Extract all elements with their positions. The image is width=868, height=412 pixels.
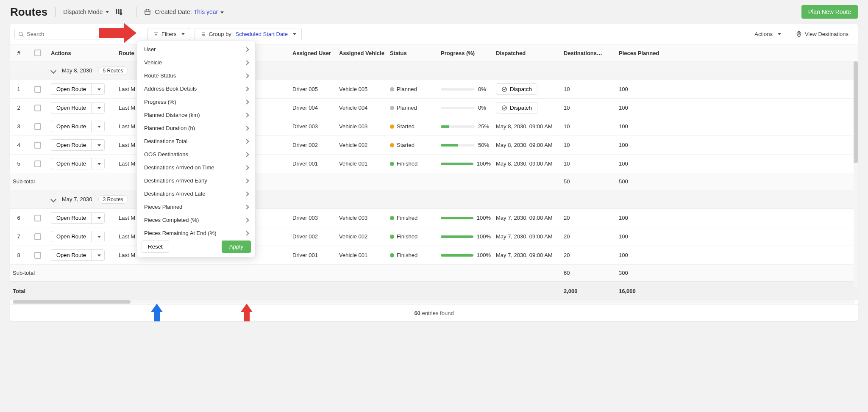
group-date: May 8, 2030 xyxy=(62,67,92,74)
dispatched-cell: May 7, 2030, 09:00 AM xyxy=(493,252,561,258)
filter-item[interactable]: Route Status xyxy=(137,69,255,82)
assigned-user: Driver 001 xyxy=(290,252,337,258)
filter-item[interactable]: User xyxy=(137,43,255,56)
vertical-scrollbar[interactable] xyxy=(854,61,858,288)
row-checkbox[interactable] xyxy=(34,123,41,130)
list-icon xyxy=(200,31,206,37)
row-checkbox[interactable] xyxy=(34,233,41,240)
status-cell: Started xyxy=(387,142,438,148)
filters-button[interactable]: Filters xyxy=(147,28,190,40)
filter-item[interactable]: Destinations Total xyxy=(137,135,255,148)
filter-item[interactable]: Pieces Planned xyxy=(137,200,255,213)
status-dot xyxy=(390,87,394,91)
chevron-right-icon xyxy=(245,112,248,118)
open-route-dropdown[interactable] xyxy=(91,102,105,113)
destinations-cell: 10 xyxy=(561,160,616,167)
pieces-cell: 100 xyxy=(616,160,671,167)
open-route-dropdown[interactable] xyxy=(91,139,105,151)
svg-rect-4 xyxy=(145,10,150,14)
dispatch-button[interactable]: Dispatch xyxy=(496,83,537,95)
row-checkbox[interactable] xyxy=(34,215,41,221)
col-destinations: Destinations… xyxy=(561,50,616,56)
assigned-user: Driver 001 xyxy=(290,160,337,167)
search-container xyxy=(14,29,112,39)
select-all-checkbox[interactable] xyxy=(34,50,41,56)
search-input[interactable] xyxy=(27,31,108,37)
svg-rect-0 xyxy=(116,9,117,14)
open-route-dropdown[interactable] xyxy=(91,158,105,169)
created-date-filter[interactable]: Created Date: This year xyxy=(144,8,224,15)
dispatch-button[interactable]: Dispatch xyxy=(496,102,537,113)
open-route-dropdown[interactable] xyxy=(91,231,105,242)
svg-line-9 xyxy=(22,35,24,36)
open-route-button[interactable]: Open Route xyxy=(51,231,91,242)
chevron-right-icon xyxy=(245,59,248,66)
progress-cell: 0% xyxy=(438,105,493,111)
col-vehicle: Assigned Vehicle xyxy=(337,50,387,56)
filter-item[interactable]: Vehicle xyxy=(137,56,255,69)
open-route-button[interactable]: Open Route xyxy=(51,83,91,95)
filter-item[interactable]: Planned Distance (km) xyxy=(137,108,255,122)
filter-item[interactable]: Address Book Details xyxy=(137,82,255,95)
row-checkbox[interactable] xyxy=(34,86,41,93)
dispatch-mode-dropdown[interactable]: Dispatch Mode xyxy=(63,8,108,15)
chevron-right-icon xyxy=(245,46,248,53)
chevron-down-icon[interactable] xyxy=(51,68,56,73)
destinations-cell: 10 xyxy=(561,123,616,130)
col-pieces: Pieces Planned xyxy=(616,50,671,56)
dispatched-cell: May 8, 2030, 09:00 AM xyxy=(493,142,561,148)
open-route-dropdown[interactable] xyxy=(91,121,105,132)
filter-item[interactable]: Destinations Arrived Early xyxy=(137,174,255,187)
chevron-right-icon xyxy=(245,204,248,210)
filter-item[interactable]: OOS Destinations xyxy=(137,148,255,161)
search-icon xyxy=(18,31,24,37)
assigned-vehicle: Vehicle 004 xyxy=(337,105,387,111)
group-by-button[interactable]: Group by: Scheduled Start Date xyxy=(195,28,302,40)
open-route-button[interactable]: Open Route xyxy=(51,139,91,151)
col-actions: Actions xyxy=(48,50,116,56)
svg-point-3 xyxy=(120,12,122,15)
horizontal-scrollbar[interactable] xyxy=(10,300,858,304)
open-route-button[interactable]: Open Route xyxy=(51,212,91,224)
row-checkbox[interactable] xyxy=(34,105,41,111)
pieces-cell: 100 xyxy=(616,86,671,92)
table-footer: 60 entries found xyxy=(10,304,858,321)
row-checkbox[interactable] xyxy=(34,142,41,149)
filter-item[interactable]: Destinations Arrived on Time xyxy=(137,161,255,174)
svg-point-20 xyxy=(502,87,507,91)
view-destinations-button[interactable]: View Destinations xyxy=(790,28,854,40)
row-number: 2 xyxy=(10,105,27,111)
filter-item[interactable]: Pieces Remaining At End (%) xyxy=(137,227,255,236)
reset-button[interactable]: Reset xyxy=(142,241,169,253)
row-checkbox[interactable] xyxy=(34,252,41,259)
status-dot xyxy=(390,235,394,239)
toolbar: Filters Group by: Scheduled Start Date A… xyxy=(10,24,858,44)
chevron-right-icon xyxy=(245,230,248,236)
plan-new-route-button[interactable]: Plan New Route xyxy=(801,5,858,19)
open-route-dropdown[interactable] xyxy=(91,212,105,224)
apply-button[interactable]: Apply xyxy=(222,241,251,253)
filter-item[interactable]: Progress (%) xyxy=(137,95,255,108)
destinations-cell: 20 xyxy=(561,252,616,258)
row-checkbox[interactable] xyxy=(34,160,41,167)
filter-item[interactable]: Planned Duration (h) xyxy=(137,122,255,135)
open-route-button[interactable]: Open Route xyxy=(51,102,91,113)
filter-item[interactable]: Destinations Arrived Late xyxy=(137,187,255,200)
chevron-right-icon xyxy=(245,72,248,79)
map-config-icon[interactable] xyxy=(115,8,122,17)
open-route-button[interactable]: Open Route xyxy=(51,121,91,132)
open-route-dropdown[interactable] xyxy=(91,249,105,261)
open-route-button[interactable]: Open Route xyxy=(51,158,91,169)
chevron-right-icon xyxy=(245,177,248,184)
status-dot xyxy=(390,216,394,220)
chevron-right-icon xyxy=(245,191,248,197)
open-route-button[interactable]: Open Route xyxy=(51,249,91,261)
assigned-user: Driver 003 xyxy=(290,123,337,130)
actions-button[interactable]: Actions xyxy=(749,28,786,40)
chevron-down-icon[interactable] xyxy=(51,197,56,202)
filter-item[interactable]: Pieces Completed (%) xyxy=(137,213,255,227)
destinations-cell: 20 xyxy=(561,233,616,240)
open-route-dropdown[interactable] xyxy=(91,83,105,95)
progress-cell: 100% xyxy=(438,215,493,221)
col-num: # xyxy=(10,50,27,56)
